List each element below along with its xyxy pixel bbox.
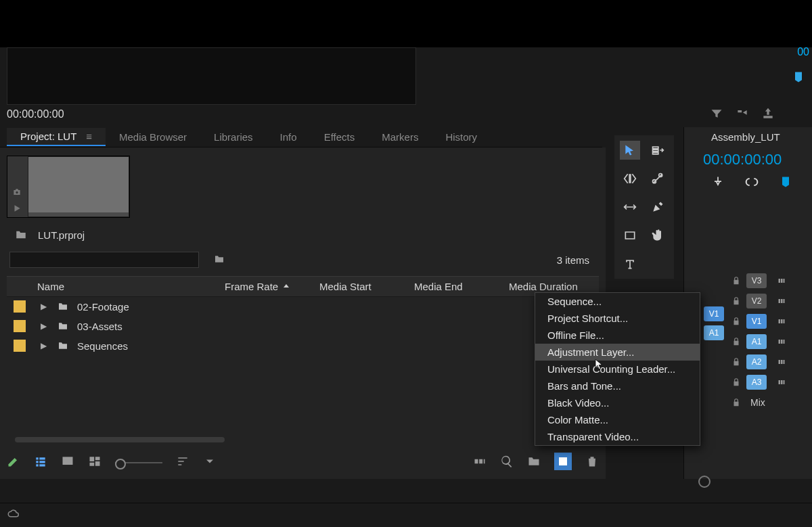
expand-chevron-icon[interactable]: ▶	[35, 321, 51, 331]
lock-icon[interactable]	[731, 296, 741, 306]
label-color-swatch[interactable]	[14, 340, 26, 352]
new-item-icon[interactable]	[554, 453, 572, 472]
menu-item-black-video[interactable]: Black Video...	[535, 394, 700, 411]
menu-item-sequence[interactable]: Sequence...	[535, 293, 700, 310]
expand-chevron-icon[interactable]: ▶	[35, 302, 51, 311]
lock-icon[interactable]	[731, 377, 741, 387]
tab-libraries[interactable]: Libraries	[200, 129, 267, 145]
track-output-icon[interactable]	[776, 297, 787, 305]
add-marker-icon[interactable]	[779, 175, 792, 191]
track-output-icon[interactable]	[776, 277, 787, 285]
delete-icon[interactable]	[585, 455, 599, 470]
insert-icon[interactable]	[736, 107, 749, 122]
thumbnail-scrubber[interactable]	[28, 212, 129, 216]
panel-menu-icon[interactable]: ≡	[86, 131, 92, 142]
menu-item-project-shortcut[interactable]: Project Shortcut...	[535, 310, 700, 327]
track-output-icon[interactable]	[776, 378, 787, 386]
menu-item-offline-file[interactable]: Offline File...	[535, 327, 700, 344]
timeline-timecode[interactable]: 00:00:00:00	[684, 147, 812, 173]
source-monitor[interactable]	[7, 47, 416, 105]
hand-tool-icon[interactable]	[648, 226, 668, 245]
new-bin-button-icon[interactable]	[527, 455, 541, 470]
zoom-slider[interactable]	[115, 462, 162, 463]
new-bin-icon[interactable]	[212, 254, 226, 267]
sequence-tab[interactable]: Assembly_LUT	[684, 127, 812, 147]
menu-item-adjustment-layer[interactable]: Adjustment Layer...	[535, 344, 700, 361]
play-icon[interactable]	[12, 204, 22, 213]
track-toggle[interactable]: A1	[746, 334, 767, 349]
track-select-tool-icon[interactable]	[648, 141, 668, 160]
ripple-edit-tool-icon[interactable]	[620, 169, 640, 188]
table-row[interactable]: ▶ 02-Footage	[7, 297, 599, 317]
new-item-context-menu: Sequence... Project Shortcut... Offline …	[535, 292, 700, 446]
write-mode-icon[interactable]	[7, 455, 20, 470]
horizontal-scrollbar[interactable]	[15, 437, 225, 442]
tab-media-browser[interactable]: Media Browser	[106, 129, 200, 145]
col-media-duration[interactable]: Media Duration	[501, 281, 589, 292]
source-timecode[interactable]: 00:00:00:00	[7, 108, 64, 120]
bin-icon	[55, 301, 70, 312]
track-header[interactable]: A2	[684, 352, 812, 372]
preview-thumbnail[interactable]	[28, 156, 129, 217]
row-name: 02-Footage	[77, 301, 129, 313]
type-tool-icon[interactable]	[620, 254, 640, 273]
menu-item-transparent-video[interactable]: Transparent Video...	[535, 428, 700, 445]
selection-tool-icon[interactable]	[620, 141, 640, 160]
track-output-icon[interactable]	[776, 338, 787, 346]
track-toggle[interactable]: V3	[746, 273, 767, 288]
source-patch-v1[interactable]: V1	[704, 306, 724, 321]
tab-history[interactable]: History	[432, 129, 491, 145]
lock-icon[interactable]	[731, 276, 741, 285]
rectangle-tool-icon[interactable]	[620, 226, 640, 245]
tab-markers[interactable]: Markers	[368, 129, 432, 145]
col-frame-rate[interactable]: Frame Rate	[217, 281, 311, 292]
tab-effects[interactable]: Effects	[311, 129, 369, 145]
list-view-icon[interactable]	[34, 455, 47, 470]
menu-item-universal-counting-leader[interactable]: Universal Counting Leader...	[535, 361, 700, 377]
track-output-icon[interactable]	[776, 358, 787, 366]
track-output-icon[interactable]	[776, 317, 787, 325]
track-header[interactable]: A3	[684, 372, 812, 392]
expand-chevron-icon[interactable]: ▶	[35, 341, 51, 350]
label-color-swatch[interactable]	[14, 320, 26, 332]
freeform-view-icon[interactable]	[88, 455, 102, 470]
creative-cloud-icon[interactable]	[7, 508, 19, 522]
find-icon[interactable]	[500, 455, 514, 470]
lock-icon[interactable]	[731, 317, 741, 326]
col-name[interactable]: Name	[7, 281, 217, 292]
tab-project[interactable]: Project: LUT ≡	[7, 128, 106, 146]
tab-info[interactable]: Info	[267, 129, 311, 145]
sort-icon[interactable]	[176, 455, 189, 470]
marker-icon[interactable]	[792, 70, 805, 86]
label-color-swatch[interactable]	[14, 300, 26, 313]
source-patch-a1[interactable]: A1	[704, 325, 724, 340]
track-toggle[interactable]: A3	[746, 375, 767, 390]
search-input[interactable]	[9, 252, 199, 268]
slip-tool-icon[interactable]	[620, 198, 640, 216]
chevron-down-icon[interactable]	[203, 455, 217, 470]
track-toggle[interactable]: V2	[746, 294, 767, 308]
pen-tool-icon[interactable]	[648, 198, 668, 216]
menu-item-bars-and-tone[interactable]: Bars and Tone...	[535, 377, 700, 394]
lock-icon[interactable]	[731, 357, 741, 367]
razor-tool-icon[interactable]	[648, 169, 668, 188]
col-media-start[interactable]: Media Start	[311, 281, 406, 292]
mix-track-header[interactable]: Mix	[684, 392, 812, 413]
track-toggle[interactable]: V1	[746, 314, 767, 329]
table-row[interactable]: ▶ 03-Assets	[7, 317, 599, 336]
snap-icon[interactable]	[711, 175, 725, 191]
linked-selection-icon[interactable]	[745, 175, 759, 191]
timeline-zoom-scrubber[interactable]	[692, 476, 808, 482]
filter-icon[interactable]	[710, 107, 723, 122]
tool-palette	[614, 135, 674, 279]
col-media-end[interactable]: Media End	[406, 281, 501, 292]
lock-icon[interactable]	[731, 337, 741, 346]
icon-view-icon[interactable]	[61, 455, 74, 470]
track-toggle[interactable]: A2	[746, 354, 767, 369]
export-frame-icon[interactable]	[761, 107, 775, 122]
automate-to-seq-icon[interactable]	[473, 455, 487, 470]
menu-item-color-matte[interactable]: Color Matte...	[535, 411, 700, 428]
lock-icon[interactable]	[731, 398, 741, 407]
project-file-icon	[14, 229, 28, 241]
table-row[interactable]: ▶ Sequences	[7, 336, 599, 356]
